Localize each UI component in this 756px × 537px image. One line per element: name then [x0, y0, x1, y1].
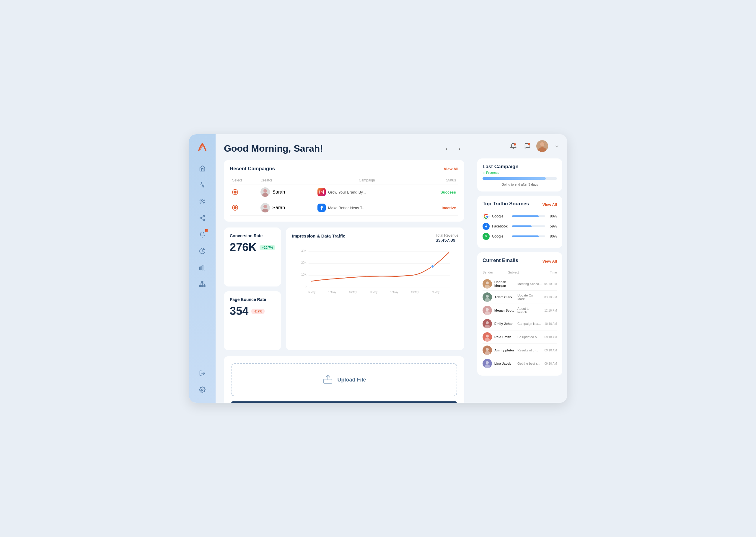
campaign-name-2: Make Better ideas T.. [328, 206, 364, 210]
svg-rect-14 [204, 286, 205, 287]
sidebar-item-logout[interactable] [195, 366, 209, 380]
upload-section: Upload File Upload a File ↑ Export a Fil… [224, 356, 464, 403]
svg-point-26 [323, 190, 323, 191]
svg-text:20May: 20May [432, 291, 440, 294]
email-avatar [482, 279, 492, 289]
chart-title: Impression & Data Traffic [292, 233, 345, 238]
facebook-bar-wrap [512, 226, 545, 227]
email-time: 03:18 PM [544, 296, 557, 299]
emails-col-time: Time [550, 270, 557, 274]
email-item[interactable]: Lina Jacob Get the best r... 09:10 AM [482, 357, 557, 370]
row-select-2[interactable] [232, 205, 238, 211]
facebook-bar [512, 226, 532, 227]
spotify-pct: 80% [548, 234, 557, 238]
sidebar-item-share[interactable] [195, 211, 209, 225]
total-revenue-label: Total Revenue [436, 233, 458, 237]
google-icon [482, 213, 490, 220]
email-subject: Get the best r... [517, 362, 542, 365]
conversion-label: Conversion Rate [230, 233, 275, 238]
email-time: 09:18 AM [545, 336, 557, 339]
spotify-name: Google [492, 234, 510, 238]
svg-point-1 [204, 200, 205, 201]
svg-point-68 [486, 348, 489, 351]
email-subject: Campaign is a... [517, 322, 542, 325]
svg-point-25 [321, 191, 322, 193]
campaigns-section: Recent Campaigns View All Select Creator… [224, 160, 464, 222]
svg-rect-13 [201, 286, 203, 287]
sidebar-item-bar-chart[interactable] [195, 261, 209, 275]
svg-point-3 [203, 215, 205, 217]
sidebar-item-notifications[interactable] [195, 227, 209, 242]
campaigns-view-all[interactable]: View All [444, 167, 458, 171]
panel-chevron-icon[interactable] [552, 141, 562, 151]
panel-header [477, 139, 562, 154]
traffic-item-facebook: Facebook 59% [482, 223, 557, 230]
col-creator: Creator [258, 177, 315, 185]
traffic-item-spotify: Google 80% [482, 233, 557, 240]
sidebar-item-settings[interactable] [195, 383, 209, 397]
bounce-rate-card: Page Bounce Rate 354 -2.7% [224, 291, 281, 350]
emails-title: Current Emails [482, 258, 518, 264]
svg-text:17May: 17May [370, 291, 378, 294]
metrics-col: Conversion Rate 276K +20.7% Page Bounce … [224, 227, 281, 350]
sidebar-item-home[interactable] [195, 161, 209, 176]
svg-text:19May: 19May [411, 291, 419, 294]
row-select-1[interactable] [232, 189, 238, 195]
nav-next[interactable]: › [455, 144, 464, 153]
emails-view-all[interactable]: View All [543, 259, 557, 264]
panel-message-icon[interactable] [522, 141, 533, 151]
sidebar-item-audience[interactable] [195, 194, 209, 209]
campaigns-header: Recent Campaigns View All [230, 166, 458, 172]
upload-drop-zone[interactable]: Upload File [231, 363, 457, 396]
svg-point-28 [262, 209, 268, 212]
svg-point-0 [201, 200, 203, 201]
sidebar-item-org-chart[interactable] [195, 277, 209, 291]
svg-point-22 [263, 189, 267, 193]
col-campaign: Campaign [315, 177, 419, 185]
email-item[interactable]: Ammy pluter Results of th... 09:10 AM [482, 344, 557, 357]
facebook-name: Facebook [492, 224, 510, 228]
bounce-label: Page Bounce Rate [230, 297, 275, 302]
email-item[interactable]: Megan Scott About to launch... 12:16 PM [482, 304, 557, 317]
creator-name-2: Sarah [272, 205, 285, 210]
svg-rect-11 [201, 281, 203, 283]
traffic-view-all[interactable]: View All [543, 202, 557, 207]
nav-prev[interactable]: ‹ [442, 144, 451, 153]
svg-point-46 [514, 144, 516, 145]
campaign-cell-2: Make Better ideas T.. [318, 204, 417, 212]
sidebar-item-analytics[interactable] [195, 178, 209, 192]
svg-point-2 [200, 200, 201, 201]
spotify-bar [512, 235, 539, 237]
email-item[interactable]: Adam Clark Update On Mark... 03:18 PM [482, 291, 557, 304]
chart-card: Impression & Data Traffic Total Revenue … [286, 227, 464, 350]
email-subject: Meeting Sched... [517, 282, 542, 286]
email-time: 09:10 AM [545, 362, 557, 365]
email-item[interactable]: Emily Johan Campaign is a... 10:10 AM [482, 317, 557, 330]
emails-col-subject: Subject [508, 270, 548, 274]
svg-text:0: 0 [305, 285, 307, 288]
creator-cell-1: Sarah [260, 187, 313, 197]
svg-point-53 [486, 281, 489, 284]
upload-file-button[interactable]: Upload a File ↑ [231, 401, 457, 403]
email-item[interactable]: Hannah Morgan Meeting Sched... 04:10 PM [482, 277, 557, 291]
email-sender: Emily Johan [494, 322, 515, 325]
svg-point-5 [203, 219, 205, 221]
email-item[interactable]: Reid Smith Be updated o... 09:18 AM [482, 330, 557, 344]
panel-notification-icon[interactable] [508, 141, 518, 151]
svg-text:30K: 30K [301, 249, 306, 253]
app-container: Good Morning, Sarah! ‹ › Recent Campaign… [189, 134, 567, 403]
campaign-progress-bar-container [482, 177, 557, 180]
google-bar [512, 215, 539, 217]
metrics-row: Conversion Rate 276K +20.7% Page Bounce … [224, 227, 464, 350]
email-avatar [482, 359, 492, 368]
traffic-sources-card: Top Traffic Sources View All Google 80% … [477, 196, 562, 248]
email-sender: Hannah Morgan [494, 280, 515, 287]
svg-text:16May: 16May [349, 291, 357, 294]
sidebar-item-timer[interactable] [195, 244, 209, 258]
app-logo[interactable] [195, 140, 209, 154]
email-subject: Update On Mark... [517, 294, 542, 301]
svg-point-27 [263, 205, 267, 208]
panel-user-avatar[interactable] [536, 140, 548, 152]
emails-list: Hannah Morgan Meeting Sched... 04:10 PM … [482, 277, 557, 370]
svg-text:20K: 20K [301, 261, 306, 265]
